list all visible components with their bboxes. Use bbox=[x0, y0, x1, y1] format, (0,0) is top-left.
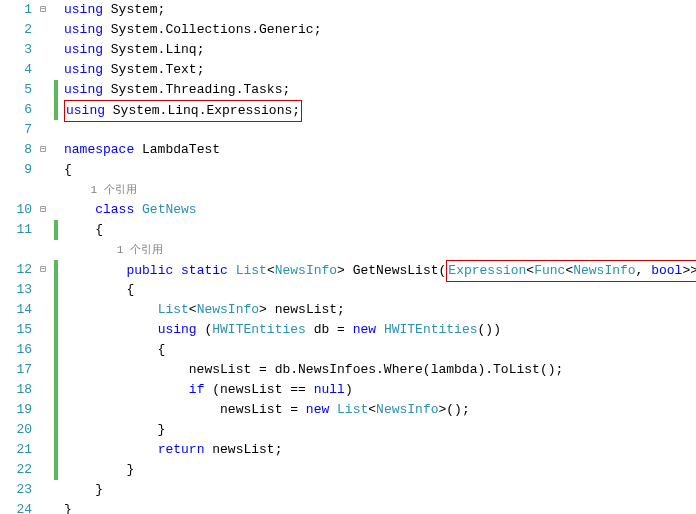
fold-toggle bbox=[40, 60, 54, 80]
line-number bbox=[0, 180, 32, 200]
line-number: 24 bbox=[0, 500, 32, 514]
code-line[interactable]: } bbox=[64, 460, 696, 480]
highlight-box: Expression<Func<NewsInfo, bool>> bbox=[446, 260, 696, 282]
line-number: 15 bbox=[0, 320, 32, 340]
fold-toggle[interactable]: ⊟ bbox=[40, 140, 54, 160]
line-number: 13 bbox=[0, 280, 32, 300]
code-line[interactable] bbox=[64, 120, 696, 140]
line-number: 2 bbox=[0, 20, 32, 40]
fold-toggle bbox=[40, 440, 54, 460]
line-number bbox=[0, 240, 32, 260]
line-number: 7 bbox=[0, 120, 32, 140]
code-line[interactable]: using System; bbox=[64, 0, 696, 20]
code-line[interactable]: using System.Collections.Generic; bbox=[64, 20, 696, 40]
fold-toggle bbox=[40, 420, 54, 440]
code-line[interactable]: newsList = new List<NewsInfo>(); bbox=[64, 400, 696, 420]
fold-toggle bbox=[40, 240, 54, 260]
code-line[interactable]: 1 个引用 bbox=[64, 180, 696, 200]
code-line[interactable]: } bbox=[64, 500, 696, 514]
code-line[interactable]: using System.Text; bbox=[64, 60, 696, 80]
fold-toggle bbox=[40, 380, 54, 400]
line-number-gutter: 123456789101112131415161718192021222324 bbox=[0, 0, 40, 514]
line-number: 11 bbox=[0, 220, 32, 240]
code-line[interactable]: } bbox=[64, 480, 696, 500]
code-line[interactable]: { bbox=[64, 280, 696, 300]
fold-toggle bbox=[40, 100, 54, 120]
fold-toggle bbox=[40, 400, 54, 420]
line-number: 21 bbox=[0, 440, 32, 460]
fold-toggle bbox=[40, 500, 54, 514]
line-number: 3 bbox=[0, 40, 32, 60]
line-number: 6 bbox=[0, 100, 32, 120]
line-number: 10 bbox=[0, 200, 32, 220]
fold-column[interactable]: ⊟⊟⊟⊟ bbox=[40, 0, 54, 514]
fold-toggle bbox=[40, 20, 54, 40]
fold-toggle bbox=[40, 320, 54, 340]
code-line[interactable]: using System.Threading.Tasks; bbox=[64, 80, 696, 100]
fold-toggle[interactable]: ⊟ bbox=[40, 0, 54, 20]
line-number: 5 bbox=[0, 80, 32, 100]
line-number: 16 bbox=[0, 340, 32, 360]
fold-toggle[interactable]: ⊟ bbox=[40, 260, 54, 280]
line-number: 22 bbox=[0, 460, 32, 480]
fold-toggle bbox=[40, 280, 54, 300]
code-line[interactable]: public static List<NewsInfo> GetNewsList… bbox=[64, 260, 696, 280]
code-line[interactable]: if (newsList == null) bbox=[64, 380, 696, 400]
fold-toggle bbox=[40, 360, 54, 380]
line-number: 17 bbox=[0, 360, 32, 380]
code-line[interactable]: { bbox=[64, 340, 696, 360]
line-number: 23 bbox=[0, 480, 32, 500]
fold-toggle bbox=[40, 220, 54, 240]
code-line[interactable]: newsList = db.NewsInfoes.Where(lambda).T… bbox=[64, 360, 696, 380]
fold-toggle bbox=[40, 300, 54, 320]
line-number: 19 bbox=[0, 400, 32, 420]
code-line[interactable]: } bbox=[64, 420, 696, 440]
code-line[interactable]: using System.Linq; bbox=[64, 40, 696, 60]
fold-toggle bbox=[40, 80, 54, 100]
line-number: 18 bbox=[0, 380, 32, 400]
code-line[interactable]: { bbox=[64, 160, 696, 180]
code-editor[interactable]: 123456789101112131415161718192021222324 … bbox=[0, 0, 696, 514]
highlight-box: using System.Linq.Expressions; bbox=[64, 100, 302, 122]
fold-toggle bbox=[40, 340, 54, 360]
line-number: 20 bbox=[0, 420, 32, 440]
code-line[interactable]: using System.Linq.Expressions; bbox=[64, 100, 696, 120]
line-number: 9 bbox=[0, 160, 32, 180]
fold-toggle[interactable]: ⊟ bbox=[40, 200, 54, 220]
line-number: 14 bbox=[0, 300, 32, 320]
fold-toggle bbox=[40, 120, 54, 140]
line-number: 8 bbox=[0, 140, 32, 160]
code-line[interactable]: return newsList; bbox=[64, 440, 696, 460]
code-line[interactable]: { bbox=[64, 220, 696, 240]
code-line[interactable]: namespace LambdaTest bbox=[64, 140, 696, 160]
line-number: 1 bbox=[0, 0, 32, 20]
fold-toggle bbox=[40, 40, 54, 60]
fold-toggle bbox=[40, 480, 54, 500]
fold-toggle bbox=[40, 180, 54, 200]
code-line[interactable]: 1 个引用 bbox=[64, 240, 696, 260]
line-number: 12 bbox=[0, 260, 32, 280]
code-line[interactable]: List<NewsInfo> newsList; bbox=[64, 300, 696, 320]
fold-toggle bbox=[40, 460, 54, 480]
code-area[interactable]: using System;using System.Collections.Ge… bbox=[58, 0, 696, 514]
line-number: 4 bbox=[0, 60, 32, 80]
fold-toggle bbox=[40, 160, 54, 180]
code-line[interactable]: class GetNews bbox=[64, 200, 696, 220]
code-line[interactable]: using (HWITEntities db = new HWITEntitie… bbox=[64, 320, 696, 340]
